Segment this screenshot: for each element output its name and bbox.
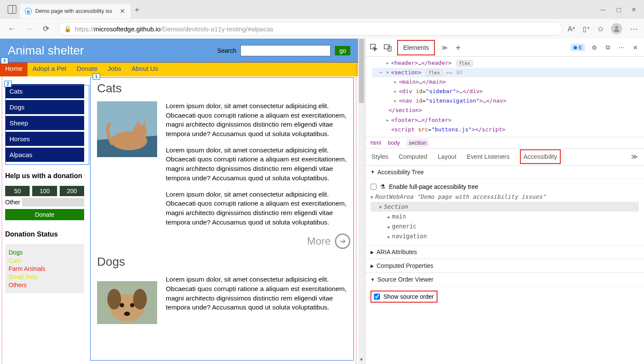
add-tab-icon[interactable]: ＋ [454, 43, 462, 52]
favorites-icon[interactable]: ✩ [598, 25, 603, 33]
more-subtabs-icon[interactable]: ≫ [631, 153, 638, 160]
tab-actions-icon[interactable] [8, 5, 16, 14]
elements-subtabs: Styles Computed Layout Event Listeners A… [365, 149, 644, 166]
show-source-order-checkbox[interactable]: Show source order [371, 291, 437, 303]
site-header: Animal shelter Search go [0, 39, 358, 63]
source-order-header[interactable]: ▼Source Order Viewer [365, 273, 644, 286]
app-menu-icon[interactable]: ⋯ [630, 24, 638, 33]
close-window-icon[interactable]: ✕ [632, 6, 636, 13]
experiment-flask-icon: ⚗ [380, 183, 386, 190]
accessibility-tree[interactable]: ▼RootWebArea "Demo page with accessibili… [371, 192, 639, 241]
maximize-icon[interactable]: ▢ [616, 6, 621, 13]
device-toolbar-icon[interactable] [383, 43, 392, 52]
devtools-tabbar: Elements ≫ ＋ 6 ⚙ ⧉ ⋯ ✕ [365, 39, 644, 57]
page-viewport: Animal shelter Search go Home Adopt a Pe… [0, 39, 365, 364]
favicon-icon: e [25, 8, 32, 15]
subtab-event-listeners[interactable]: Event Listeners [467, 153, 510, 160]
read-aloud-icon[interactable]: Aᵃ [568, 25, 575, 33]
profile-avatar-icon[interactable] [611, 23, 622, 34]
new-tab-button[interactable]: ＋ [133, 4, 141, 15]
site-title: Animal shelter [8, 44, 84, 58]
scrollbar-thumb[interactable] [359, 39, 364, 103]
search-input[interactable] [240, 45, 331, 56]
close-tab-icon[interactable]: ✕ [120, 7, 125, 15]
devtools-menu-icon[interactable]: ⋯ [617, 43, 626, 52]
customize-icon[interactable]: ⧉ [604, 43, 612, 52]
lock-icon[interactable]: 🔒 [64, 25, 71, 32]
tab-title: Demo page with accessibility iss [35, 8, 112, 14]
forward-button: → [21, 24, 36, 33]
subtab-accessibility[interactable]: Accessibility [520, 149, 561, 164]
page-scrollbar[interactable]: ▲ ▼ [358, 39, 365, 364]
address-bar[interactable]: 🔒 https://microsoftedge.github.io/Demos/… [58, 22, 562, 36]
svg-point-0 [615, 26, 618, 29]
aria-attributes-header[interactable]: ▶ARIA Attributes [365, 246, 644, 259]
computed-properties-header[interactable]: ▶Computed Properties [365, 259, 644, 273]
browser-tab[interactable]: e Demo page with accessibility iss ✕ [20, 4, 131, 18]
enable-fullpage-tree-checkbox[interactable]: ⚗ Enable full-page accessibility tree [371, 183, 639, 190]
devtools-panel: Elements ≫ ＋ 6 ⚙ ⧉ ⋯ ✕ ▸<header>…</heade… [365, 39, 644, 364]
acc-tree-header[interactable]: ▼Accessibility Tree [365, 166, 644, 179]
devtools-tab-elements[interactable]: Elements [397, 40, 435, 55]
more-tabs-icon[interactable]: ≫ [440, 43, 449, 52]
browser-toolbar: ← → ⟳ 🔒 https://microsoftedge.github.io/… [0, 19, 644, 39]
svg-rect-15 [384, 45, 389, 49]
elements-tree[interactable]: ▸<header>…</header> flex ⋯▾<section> fle… [365, 57, 644, 137]
subtab-computed[interactable]: Computed [399, 153, 428, 160]
subtab-styles[interactable]: Styles [371, 153, 389, 160]
reader-icon[interactable]: ▯⁺ [583, 25, 590, 33]
source-order-badge-nav: 3 [1, 58, 8, 64]
refresh-button[interactable]: ⟳ [39, 24, 53, 33]
source-order-overlay-main [90, 77, 354, 361]
window-titlebar: e Demo page with accessibility iss ✕ ＋ —… [0, 0, 644, 19]
elements-breadcrumb[interactable]: html body section [365, 137, 644, 149]
source-order-overlay-sidebar [5, 85, 89, 165]
search-go-button[interactable]: go [335, 46, 350, 55]
source-order-badge-main: 1 [93, 73, 100, 80]
inspect-element-icon[interactable] [370, 43, 378, 52]
minimize-icon[interactable]: — [600, 6, 606, 13]
search-label: Search [217, 47, 236, 54]
url-text: https://microsoftedge.github.io/Demos/de… [75, 25, 273, 33]
accessibility-pane: ▼Accessibility Tree ⚗ Enable full-page a… [365, 166, 644, 364]
back-button[interactable]: ← [4, 24, 19, 33]
settings-gear-icon[interactable]: ⚙ [590, 43, 598, 52]
issues-counter[interactable]: 6 [571, 44, 585, 51]
close-devtools-icon[interactable]: ✕ [631, 43, 640, 52]
subtab-layout[interactable]: Layout [437, 153, 456, 160]
scroll-down-icon[interactable]: ▼ [358, 357, 365, 364]
source-order-badge-sidebar: 2 [4, 81, 12, 87]
